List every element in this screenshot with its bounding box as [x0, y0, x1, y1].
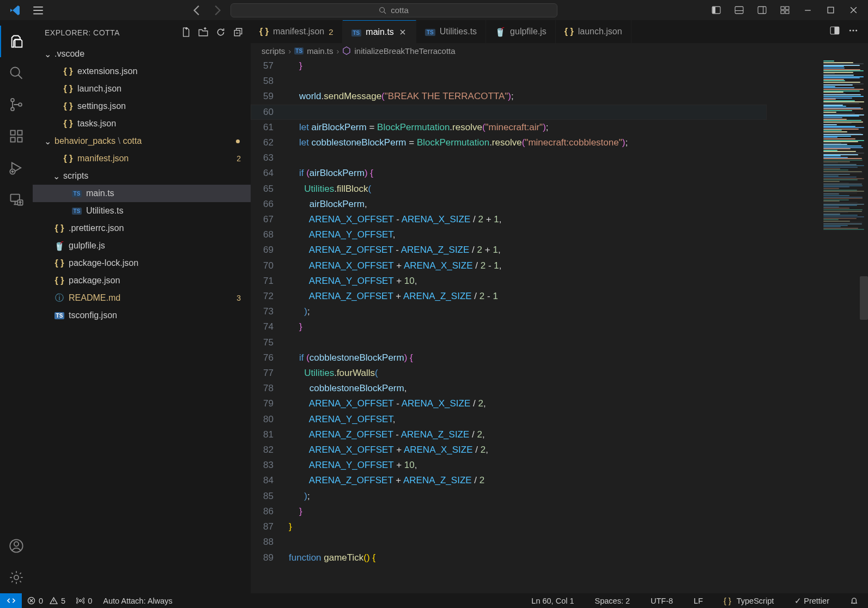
code-line[interactable]: 83 ARENA_Y_OFFSET + 10, — [251, 458, 767, 473]
customize-layout-icon[interactable] — [773, 0, 796, 20]
code-line[interactable]: 61 let airBlockPerm = BlockPermutation.r… — [251, 120, 767, 135]
formatter-status[interactable]: Prettier — [789, 593, 835, 608]
code-line[interactable]: 89function gameTick() { — [251, 550, 767, 566]
editor-tab[interactable]: { }launch.json — [556, 20, 632, 43]
scrollbar-thumb[interactable] — [860, 276, 868, 320]
code-line[interactable]: 78 cobblestoneBlockPerm, — [251, 381, 767, 396]
breadcrumb-folder[interactable]: scripts — [262, 46, 285, 56]
code-line[interactable]: 75 — [251, 335, 767, 350]
activity-search-icon[interactable] — [0, 57, 33, 89]
window-close-icon[interactable] — [842, 0, 865, 20]
file-row[interactable]: { }.prettierrc.json — [33, 220, 251, 237]
file-row[interactable]: { }tasks.json — [33, 115, 251, 132]
code-line[interactable]: 57 } — [251, 58, 767, 74]
cursor-position-status[interactable]: Ln 60, Col 1 — [526, 593, 579, 608]
indentation-status[interactable]: Spaces: 2 — [590, 593, 636, 608]
encoding-status[interactable]: UTF-8 — [645, 593, 678, 608]
tab-label: gulpfile.js — [510, 27, 547, 37]
new-file-icon[interactable] — [181, 27, 191, 39]
code-line[interactable]: 86 } — [251, 504, 767, 519]
layout-primary-sidebar-icon[interactable] — [705, 0, 727, 20]
code-line[interactable]: 64 if (airBlockPerm) { — [251, 166, 767, 181]
code-line[interactable]: 73 ); — [251, 304, 767, 319]
code-line[interactable]: 88 — [251, 534, 767, 550]
code-line[interactable]: 85 ); — [251, 489, 767, 504]
activity-source-control-icon[interactable] — [0, 89, 33, 120]
editor-tab[interactable]: 🥤gulpfile.js — [486, 20, 556, 43]
remote-indicator[interactable] — [0, 593, 22, 608]
minimap[interactable] — [820, 58, 868, 593]
file-row[interactable]: { }settings.json — [33, 98, 251, 115]
command-center-search[interactable]: cotta — [230, 3, 557, 17]
code-line[interactable]: 69 ARENA_Z_OFFSET - ARENA_Z_SIZE / 2 + 1… — [251, 242, 767, 258]
folder-row[interactable]: ⌄scripts — [33, 167, 251, 185]
activity-run-debug-icon[interactable] — [0, 152, 33, 184]
close-tab-icon[interactable] — [398, 28, 407, 37]
code-line[interactable]: 76 if (cobblestoneBlockPerm) { — [251, 350, 767, 366]
code-line[interactable]: 84 ARENA_Z_OFFSET + ARENA_Z_SIZE / 2 — [251, 473, 767, 488]
code-line[interactable]: 65 Utilities.fillBlock( — [251, 181, 767, 197]
activity-accounts-icon[interactable] — [0, 530, 33, 562]
code-line[interactable]: 70 ARENA_X_OFFSET + ARENA_X_SIZE / 2 - 1… — [251, 258, 767, 273]
window-maximize-icon[interactable] — [819, 0, 842, 20]
file-row[interactable]: { }manifest.json2 — [33, 150, 251, 167]
code-line[interactable]: 87} — [251, 519, 767, 534]
more-actions-icon[interactable] — [848, 26, 858, 38]
problems-status[interactable]: 0 5 — [22, 593, 71, 608]
layout-secondary-sidebar-icon[interactable] — [750, 0, 773, 20]
file-row[interactable]: TStsconfig.json — [33, 307, 251, 324]
folder-row[interactable]: ⌄.vscode — [33, 45, 251, 63]
code-line[interactable]: 60 — [251, 105, 767, 120]
refresh-icon[interactable] — [216, 27, 226, 39]
code-line[interactable]: 68 ARENA_Y_OFFSET, — [251, 227, 767, 242]
code-line[interactable]: 74 } — [251, 319, 767, 335]
file-row[interactable]: { }launch.json — [33, 80, 251, 98]
code-line[interactable]: 72 ARENA_Z_OFFSET + ARENA_Z_SIZE / 2 - 1 — [251, 289, 767, 304]
code-line[interactable]: 79 ARENA_X_OFFSET - ARENA_X_SIZE / 2, — [251, 396, 767, 411]
file-tree[interactable]: ⌄.vscode{ }extensions.json{ }launch.json… — [33, 45, 251, 324]
new-folder-icon[interactable] — [198, 27, 208, 39]
breadcrumbs[interactable]: scripts › TS main.ts › initializeBreakTh… — [251, 43, 868, 58]
code-line[interactable]: 59 world.sendMessage("BREAK THE TERRACOT… — [251, 89, 767, 104]
split-editor-icon[interactable] — [830, 26, 840, 38]
language-mode-status[interactable]: { }TypeScript — [718, 593, 779, 608]
notifications-bell-icon[interactable] — [845, 593, 864, 608]
auto-attach-status[interactable]: Auto Attach: Always — [98, 593, 178, 608]
code-line[interactable]: 81 ARENA_Z_OFFSET - ARENA_Z_SIZE / 2, — [251, 427, 767, 442]
nav-forward-icon[interactable] — [211, 4, 223, 16]
file-row[interactable]: ⓘREADME.md3 — [33, 289, 251, 307]
folder-row[interactable]: ⌄behavior_packs \ cotta — [33, 132, 251, 150]
activity-extensions-icon[interactable] — [0, 120, 33, 152]
eol-status[interactable]: LF — [688, 593, 708, 608]
editor-tab[interactable]: TSmain.ts — [343, 20, 416, 43]
code-line[interactable]: 82 ARENA_X_OFFSET + ARENA_X_SIZE / 2, — [251, 442, 767, 458]
collapse-all-icon[interactable] — [233, 27, 243, 39]
activity-settings-gear-icon[interactable] — [0, 562, 33, 593]
nav-back-icon[interactable] — [191, 4, 203, 16]
code-line[interactable]: 58 — [251, 74, 767, 89]
hamburger-menu-icon[interactable] — [33, 5, 44, 16]
code-line[interactable]: 66 airBlockPerm, — [251, 197, 767, 212]
ports-status[interactable]: 0 — [71, 593, 98, 608]
code-editor[interactable]: 57 }58 59 world.sendMessage("BREAK THE T… — [251, 58, 820, 593]
file-row[interactable]: { }extensions.json — [33, 63, 251, 80]
editor-tab[interactable]: TSUtilities.ts — [416, 20, 486, 43]
file-row[interactable]: TSmain.ts — [33, 185, 251, 202]
editor-tab[interactable]: { }manifest.json2 — [251, 20, 343, 43]
activity-remote-explorer-icon[interactable] — [0, 184, 33, 215]
code-line[interactable]: 62 let cobblestoneBlockPerm = BlockPermu… — [251, 135, 767, 150]
code-line[interactable]: 80 ARENA_Y_OFFSET, — [251, 412, 767, 427]
window-minimize-icon[interactable] — [796, 0, 819, 20]
file-row[interactable]: 🥤gulpfile.js — [33, 237, 251, 254]
breadcrumb-file[interactable]: main.ts — [307, 46, 333, 56]
file-row[interactable]: { }package.json — [33, 272, 251, 289]
activity-explorer-icon[interactable] — [0, 26, 33, 57]
file-row[interactable]: TSUtilities.ts — [33, 202, 251, 220]
layout-panel-icon[interactable] — [727, 0, 750, 20]
code-line[interactable]: 63 — [251, 150, 767, 166]
breadcrumb-symbol[interactable]: initializeBreakTheTerracotta — [354, 46, 455, 56]
code-line[interactable]: 77 Utilities.fourWalls( — [251, 366, 767, 381]
code-line[interactable]: 71 ARENA_Y_OFFSET + 10, — [251, 273, 767, 289]
code-line[interactable]: 67 ARENA_X_OFFSET - ARENA_X_SIZE / 2 + 1… — [251, 212, 767, 227]
file-row[interactable]: { }package-lock.json — [33, 254, 251, 272]
